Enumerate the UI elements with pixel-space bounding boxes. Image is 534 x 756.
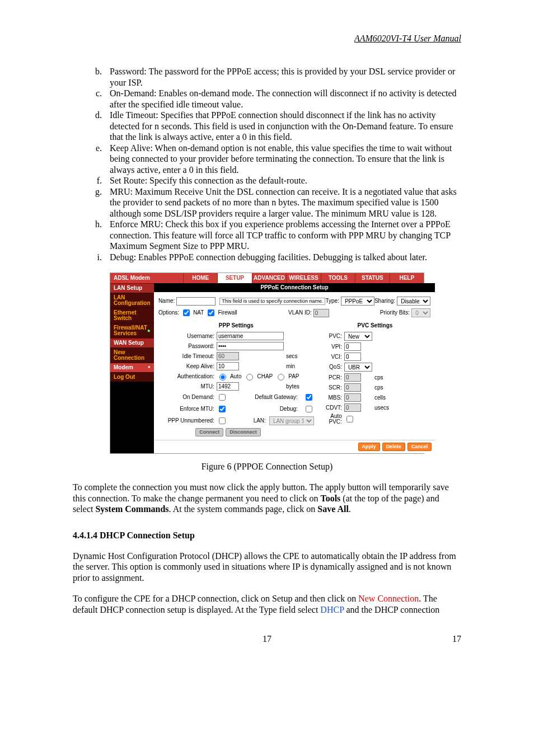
sharing-select[interactable]: Disable	[397, 297, 430, 306]
bottom-button-row: Apply Delete Cancel	[154, 440, 435, 453]
tab-setup[interactable]: SETUP	[217, 273, 251, 283]
delete-button[interactable]: Delete	[382, 443, 405, 451]
enforce-mtu-checkbox[interactable]	[219, 406, 226, 412]
paragraph-dhcp-intro: Dynamic Host Configuration Protocol (DHC…	[73, 551, 461, 584]
default-gw-checkbox[interactable]	[306, 394, 312, 401]
auto-pvc-checkbox[interactable]	[346, 416, 353, 422]
nav-firewall-nat-label: Firewall/NAT Services	[114, 325, 147, 336]
password-label: Password:	[158, 344, 214, 349]
left-nav: LAN Setup LAN Configuration Ethernet Swi…	[110, 283, 154, 453]
username-input[interactable]	[217, 332, 284, 340]
tab-home[interactable]: HOME	[183, 273, 217, 283]
paragraph-dhcp-config: To configure the CPE for a DHCP connecti…	[73, 593, 461, 615]
unnum-checkbox[interactable]	[219, 417, 226, 424]
enforce-mtu-label: Enforce MTU:	[158, 406, 214, 412]
paragraph-apply-note: To complete the connection you must now …	[73, 482, 461, 515]
idle-timeout-label: Idle Timeout:	[158, 354, 214, 359]
tab-status[interactable]: STATUS	[355, 273, 389, 283]
keep-alive-label: Keep Alive:	[158, 364, 214, 369]
sharing-label: Sharing:	[374, 298, 395, 304]
type-select[interactable]: PPPoE	[341, 297, 374, 306]
vci-input[interactable]	[344, 353, 361, 361]
mtu-input[interactable]	[217, 382, 239, 391]
scr-label: SCR:	[320, 385, 342, 391]
list-item: Debug: Enables PPPoE connection debuggin…	[104, 252, 461, 263]
scr-unit: cps	[374, 385, 395, 391]
name-input[interactable]	[176, 297, 216, 306]
figure-pppoe-setup: ADSL Modem HOME SETUP ADVANCED WIRELESS …	[110, 273, 424, 454]
nav-new-connection[interactable]: New Connection	[110, 348, 154, 363]
qos-select[interactable]: UBR	[344, 363, 372, 372]
nav-logout[interactable]: Log Out	[110, 372, 154, 382]
nav-heading-wan: WAN Setup	[110, 338, 154, 348]
vlan-label: VLAN ID:	[288, 310, 312, 316]
doc-header-title: AAM6020VI-T4 User Manual	[73, 34, 461, 44]
tab-bar: ADSL Modem HOME SETUP ADVANCED WIRELESS …	[110, 273, 424, 283]
idle-timeout-input	[217, 352, 239, 360]
firewall-label: Firewall	[218, 310, 237, 316]
unnum-label: PPP Unnumbered:	[158, 418, 214, 424]
keep-alive-input[interactable]	[217, 362, 239, 370]
firewall-checkbox[interactable]	[208, 309, 214, 316]
brand-label: ADSL Modem	[110, 273, 183, 283]
status-dot-icon: ●	[147, 328, 151, 334]
priority-label: Priority Bits:	[380, 310, 410, 316]
mbs-unit: cells	[374, 395, 395, 401]
connect-button[interactable]: Connect	[195, 428, 223, 436]
auth-pap-radio[interactable]	[278, 374, 284, 381]
keep-unit: min	[286, 364, 314, 369]
type-label: Type:	[325, 298, 339, 304]
apply-button[interactable]: Apply	[358, 443, 380, 451]
page-number-center: 17	[106, 634, 428, 644]
lan-label: LAN:	[254, 418, 266, 424]
cdvt-input	[344, 403, 361, 412]
scr-input	[344, 383, 361, 392]
tab-tools[interactable]: TOOLS	[321, 273, 355, 283]
vpi-label: VPI:	[320, 344, 342, 350]
section-heading-dhcp: 4.4.1.4 DHCP Connection Setup	[73, 530, 461, 541]
cancel-button[interactable]: Cancel	[407, 443, 432, 451]
pcr-label: PCR:	[320, 375, 342, 381]
cdvt-label: CDVT:	[320, 405, 342, 411]
nat-checkbox[interactable]	[183, 309, 190, 316]
pvc-settings-title: PVC Settings	[320, 321, 430, 332]
name-label: Name:	[158, 298, 175, 304]
list-item: Password: The password for the PPPoE acc…	[104, 66, 461, 88]
pcr-unit: cps	[374, 375, 395, 381]
tab-help[interactable]: HELP	[390, 273, 424, 283]
auth-chap-radio[interactable]	[246, 374, 253, 381]
nav-modem[interactable]: Modem	[110, 363, 154, 372]
tab-advanced[interactable]: ADVANCED	[252, 273, 286, 283]
cdvt-unit: usecs	[374, 405, 395, 411]
list-item: Set Route: Specify this connection as th…	[104, 175, 461, 186]
password-input[interactable]	[217, 342, 284, 350]
page-number-right: 17	[428, 634, 461, 644]
disconnect-button[interactable]: Disconnect	[226, 428, 261, 436]
lettered-list: Password: The password for the PPPoE acc…	[73, 66, 461, 262]
nav-lan-config[interactable]: LAN Configuration	[110, 293, 154, 308]
auth-auto-label: Auto	[230, 374, 242, 379]
auth-pap-label: PAP	[288, 374, 299, 379]
auth-label: Authentication:	[158, 374, 214, 379]
nav-firewall-nat[interactable]: Firewall/NAT Services ●	[110, 323, 154, 338]
list-item: Enforce MRU: Check this box if you exper…	[104, 219, 461, 252]
list-item: MRU: Maximum Receive Unit the DSL connec…	[104, 186, 461, 219]
nav-ethernet-switch[interactable]: Ethernet Switch	[110, 308, 154, 323]
link-new-connection-text: New Connection	[358, 594, 419, 603]
nav-heading-lan: LAN Setup	[110, 283, 154, 293]
tab-wireless[interactable]: WIRELESS	[286, 273, 320, 283]
auth-auto-radio[interactable]	[219, 374, 226, 381]
list-item: Keep Alive: When on-demand option is not…	[104, 143, 461, 176]
pvc-select[interactable]: New	[344, 332, 372, 341]
auth-chap-label: CHAP	[257, 374, 273, 379]
on-demand-checkbox[interactable]	[219, 394, 226, 401]
panel-title: PPPoE Connection Setup	[154, 283, 435, 292]
mbs-input	[344, 393, 361, 402]
name-hint: This field is used to specify connection…	[219, 298, 325, 305]
debug-checkbox[interactable]	[306, 406, 312, 412]
nat-label: NAT	[193, 310, 204, 316]
ppp-settings-title: PPP Settings	[158, 321, 314, 332]
on-demand-label: On Demand:	[158, 395, 214, 400]
vci-label: VCI:	[320, 354, 342, 360]
vpi-input[interactable]	[344, 342, 361, 351]
